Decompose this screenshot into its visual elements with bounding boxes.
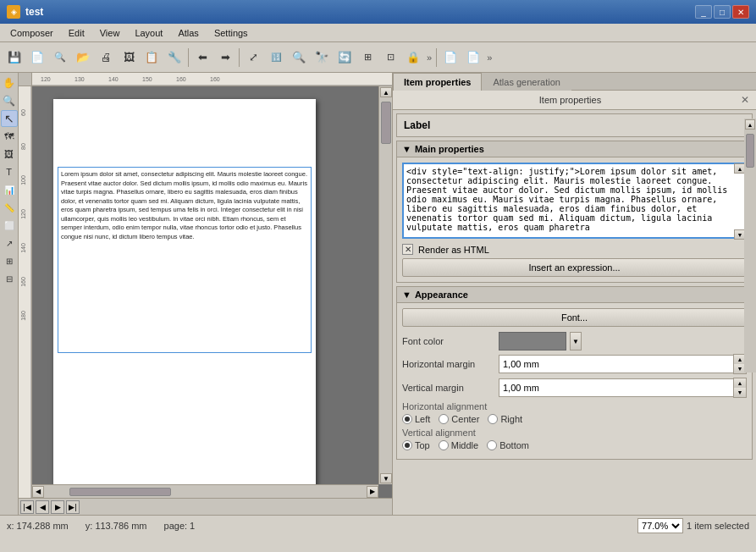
panel-close-button[interactable]: ✕ <box>741 94 749 106</box>
tool-add-map[interactable]: 🗺 <box>1 128 18 145</box>
toolbar-lock[interactable]: 🔒 <box>402 47 424 69</box>
toolbar-export-image[interactable]: 🖼 <box>118 47 140 69</box>
tab-item-properties[interactable]: Item properties <box>393 73 482 91</box>
panel-scroll-up[interactable]: ▲ <box>745 119 755 130</box>
svg-text:150: 150 <box>142 76 152 82</box>
font-color-picker[interactable] <box>499 332 566 351</box>
toolbar-print-preview[interactable]: 🔍 <box>49 47 71 69</box>
tool-add-arrow[interactable]: ↗ <box>1 235 18 251</box>
toolbar-export-pdf[interactable]: 📋 <box>141 47 163 69</box>
v-margin-input[interactable] <box>499 378 733 397</box>
menu-settings[interactable]: Settings <box>207 26 255 40</box>
toolbar-open[interactable]: 📂 <box>72 47 94 69</box>
vscroll-thumb[interactable] <box>381 102 391 144</box>
h-align-right-radio[interactable] <box>488 414 498 424</box>
canvas-text-box[interactable]: Lorem ipsum dolor sit amet, consectetur … <box>58 167 312 353</box>
toolbar-save[interactable]: 💾 <box>3 47 25 69</box>
v-margin-down[interactable]: ▼ <box>734 388 746 397</box>
page-next[interactable]: ▶ <box>51 500 64 514</box>
tool-add-html[interactable]: ⊟ <box>1 270 18 287</box>
maximize-button[interactable]: □ <box>714 5 731 19</box>
v-align-top[interactable]: Top <box>402 440 430 450</box>
render-html-checkbox[interactable] <box>402 244 413 255</box>
minimize-button[interactable]: _ <box>695 5 712 19</box>
menu-edit[interactable]: Edit <box>62 26 91 40</box>
tool-add-legend[interactable]: 📊 <box>1 181 18 198</box>
h-align-left-radio[interactable] <box>402 414 412 424</box>
tool-pan[interactable]: ✋ <box>1 75 18 91</box>
page-last[interactable]: ▶| <box>66 500 80 514</box>
toolbar-zoom-out[interactable]: 🔭 <box>311 47 333 69</box>
status-x: x: 174.288 mm <box>7 521 69 531</box>
tool-add-image[interactable]: 🖼 <box>1 146 18 163</box>
appearance-header[interactable]: ▼ Appearance <box>396 286 753 303</box>
v-align-bottom-radio[interactable] <box>487 440 497 450</box>
vscroll-up[interactable]: ▲ <box>380 87 392 97</box>
canvas-content[interactable]: Lorem ipsum dolor sit amet, consectetur … <box>32 86 392 498</box>
toolbar-fit[interactable]: ⤢ <box>242 47 264 69</box>
toolbar-new[interactable]: 📄 <box>26 47 48 69</box>
tab-atlas-generation[interactable]: Atlas generation <box>482 73 571 91</box>
page-prev[interactable]: ◀ <box>36 500 49 514</box>
toolbar-atlas-1[interactable]: 📄 <box>439 47 461 69</box>
menu-view[interactable]: View <box>93 26 127 40</box>
v-align-top-radio[interactable] <box>402 440 412 450</box>
v-align-middle[interactable]: Middle <box>439 440 478 450</box>
tool-add-table[interactable]: ⊞ <box>1 252 18 269</box>
html-content-textarea[interactable] <box>402 163 747 239</box>
tool-select[interactable]: ↖ <box>1 110 18 127</box>
page-first[interactable]: |◀ <box>20 500 34 514</box>
v-align-middle-radio[interactable] <box>439 440 449 450</box>
toolbar-redo[interactable]: ➡ <box>214 47 236 69</box>
toolbar-zoom-select[interactable]: ⊞ <box>356 47 378 69</box>
tool-zoom-left[interactable]: 🔍 <box>1 92 18 109</box>
svg-text:160: 160 <box>20 277 26 287</box>
h-align-right[interactable]: Right <box>488 414 522 424</box>
menu-atlas[interactable]: Atlas <box>171 26 205 40</box>
panel-scrollbar[interactable]: ▲ <box>744 119 756 373</box>
font-button[interactable]: Font... <box>402 308 747 327</box>
status-page: page: 1 <box>164 521 196 531</box>
toolbar-refresh[interactable]: 🔄 <box>334 47 356 69</box>
h-align-left[interactable]: Left <box>402 414 430 424</box>
h-align-center-radio[interactable] <box>439 414 449 424</box>
panel-scroll-thumb[interactable] <box>746 134 754 168</box>
zoom-select[interactable]: 77.0% 50% 100% <box>637 518 683 533</box>
hscroll-right[interactable]: ▶ <box>367 486 378 498</box>
toolbar-page[interactable]: 🔢 <box>265 47 287 69</box>
menu-composer[interactable]: Composer <box>3 26 60 40</box>
h-align-center[interactable]: Center <box>439 414 479 424</box>
svg-text:160: 160 <box>210 76 220 82</box>
menu-layout[interactable]: Layout <box>128 26 169 40</box>
toolbar-zoom-in[interactable]: 🔍 <box>288 47 310 69</box>
toolbar-undo[interactable]: ⬅ <box>191 47 213 69</box>
tool-add-label[interactable]: T <box>1 163 18 180</box>
v-margin-up[interactable]: ▲ <box>734 378 746 388</box>
insert-expression-button[interactable]: Insert an expression... <box>402 258 747 277</box>
panel-header: Item properties ✕ <box>393 91 756 110</box>
titlebar-left: ◈ test <box>7 5 43 19</box>
font-color-label: Font color <box>402 336 495 346</box>
tool-add-scalebar[interactable]: 📏 <box>1 199 18 216</box>
close-button[interactable]: ✕ <box>732 5 749 19</box>
font-color-dropdown[interactable]: ▼ <box>570 332 582 351</box>
h-margin-control: ▲ ▼ <box>499 354 747 374</box>
h-margin-row: Horizontal margin ▲ ▼ <box>402 354 747 374</box>
toolbar-more-1[interactable]: » <box>425 52 433 63</box>
v-align-radio-group: Top Middle Bottom <box>402 440 747 450</box>
hscroll-left[interactable]: ◀ <box>32 486 44 498</box>
svg-text:140: 140 <box>108 76 119 82</box>
toolbar-print[interactable]: 🖨 <box>95 47 117 69</box>
v-align-bottom[interactable]: Bottom <box>487 440 529 450</box>
toolbar-zoom-actual[interactable]: ⊡ <box>379 47 401 69</box>
main-properties-header[interactable]: ▼ Main properties <box>396 141 753 157</box>
hscroll-thumb[interactable] <box>69 488 171 496</box>
toolbar-export-svg[interactable]: 🔧 <box>163 47 185 69</box>
tool-add-shape[interactable]: ⬜ <box>1 217 18 234</box>
vscroll-down[interactable]: ▼ <box>380 473 392 483</box>
canvas-hscrollbar[interactable]: ◀ ▶ <box>32 484 378 498</box>
h-margin-input[interactable] <box>499 355 733 373</box>
toolbar-atlas-2[interactable]: 📄 <box>462 47 484 69</box>
canvas-vscrollbar[interactable]: ▲ ▼ <box>378 86 392 484</box>
toolbar-more-2[interactable]: » <box>485 52 494 63</box>
